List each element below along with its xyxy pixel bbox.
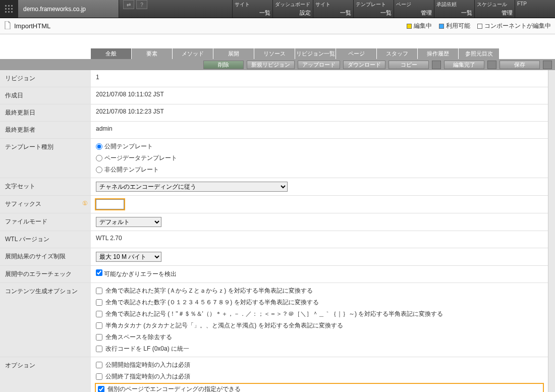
top-menu: サイト一覧 ダッシュボード設定 サイト一覧 テンプレート一覧 ページ管理 承認依… xyxy=(232,0,555,18)
menu-template[interactable]: テンプレート一覧 xyxy=(353,0,394,18)
label-wtl: WTL バージョン xyxy=(0,231,91,248)
checkbox-fullwidth-digit[interactable]: 全角で表記された数字 (０１２３４５６７８９) を対応する半角表記に変換する xyxy=(96,298,543,307)
checkbox-halfwidth-kana[interactable]: 半角カタカナ (カタカナと記号「」。、と濁点と半濁点) を対応する全角表記に変換… xyxy=(96,321,543,330)
label-updater: 最終更新者 xyxy=(0,122,91,138)
menu-schedule[interactable]: スケジュール管理 xyxy=(474,0,515,18)
checkbox-fullwidth-alpha[interactable]: 全角で表記された英字 (ＡからＺとａからｚ) を対応する半角表記に変換する xyxy=(96,287,543,295)
swap-icon[interactable]: ⇄ xyxy=(123,0,134,9)
value-revision: 1 xyxy=(91,70,548,87)
radio-public-template[interactable]: 公開テンプレート xyxy=(96,142,532,151)
checkbox-per-page-encoding[interactable]: 個別のページでエンコーディングの指定ができる xyxy=(96,384,543,392)
tab-deploy[interactable]: 展開 xyxy=(213,48,254,59)
value-suffix xyxy=(91,196,548,213)
edit-done-icon[interactable] xyxy=(487,61,496,69)
value-options: 公開開始指定時刻の入力は必須 公開終了指定時刻の入力は必須 個別のページでエンコ… xyxy=(91,357,548,392)
form-table: リビジョン 1 作成日 2021/07/08 10:11:02 JST 最終更新… xyxy=(0,70,548,392)
svg-rect-6 xyxy=(5,11,7,13)
charset-select[interactable]: チャネルのエンコーディングに従う xyxy=(96,182,288,192)
domain-label: demo.frameworks.co.jp xyxy=(18,0,119,18)
size-limit-select[interactable]: 最大 10 M バイト xyxy=(96,252,161,262)
edit-done-button[interactable]: 編集完了 xyxy=(444,61,484,69)
tab-method[interactable]: メソッド xyxy=(173,48,213,59)
tab-element[interactable]: 要素 xyxy=(132,48,172,59)
legend-component-editing: コンポーネントが編集中 xyxy=(484,22,551,30)
save-button[interactable]: 保存 xyxy=(500,61,540,69)
value-template-type: 公開テンプレート ページデータテンプレート 非公開テンプレート xyxy=(91,139,548,178)
topbar-spacer: ⇄ ? xyxy=(119,0,232,18)
checkbox-remove-fullspace[interactable]: 全角スペースを除去する xyxy=(96,333,543,342)
checkbox-lf-unify[interactable]: 改行コードを LF (0x0a) に統一 xyxy=(96,345,543,353)
label-content-gen: コンテンツ生成オプション xyxy=(0,283,91,357)
tab-strip: 全般 要素 メソッド 展開 リソース リビジョン一覧 ページ スタッフ 操作履歴… xyxy=(0,48,555,59)
svg-rect-2 xyxy=(11,5,13,7)
tab-revision-list[interactable]: リビジョン一覧 xyxy=(295,48,336,59)
value-wtl: WTL 2.70 xyxy=(91,231,548,248)
document-icon xyxy=(4,21,11,31)
copy-icon[interactable] xyxy=(432,61,441,69)
scrollbar[interactable] xyxy=(548,70,555,392)
legend-available: 利用可能 xyxy=(446,22,470,30)
label-revision: リビジョン xyxy=(0,70,91,87)
label-updated: 最終更新日 xyxy=(0,104,91,121)
label-error-check: 展開中のエラーチェック xyxy=(0,266,91,283)
menu-ftp[interactable]: FTP xyxy=(515,0,555,18)
tab-resource[interactable]: リソース xyxy=(254,48,295,59)
checkbox-pubstart-required[interactable]: 公開開始指定時刻の入力は必須 xyxy=(96,361,543,369)
svg-rect-8 xyxy=(11,11,13,13)
legend: 編集中 利用可能 コンポーネントが編集中 xyxy=(407,22,551,30)
value-updated: 2021/07/08 10:12:23 JST xyxy=(91,104,548,121)
help-icon[interactable]: ? xyxy=(136,0,147,9)
menu-approval[interactable]: 承認依頼一覧 xyxy=(434,0,474,18)
svg-rect-5 xyxy=(11,8,13,10)
menu-page[interactable]: ページ管理 xyxy=(394,0,434,18)
radio-pagedata-template[interactable]: ページデータテンプレート xyxy=(96,154,532,162)
checkbox-pubend-required[interactable]: 公開終了指定時刻の入力は必須 xyxy=(96,372,543,381)
label-options: オプション ② xyxy=(0,357,91,392)
annotation-1: ① xyxy=(82,200,88,207)
top-navbar: demo.frameworks.co.jp ⇄ ? サイト一覧 ダッシュボード設… xyxy=(0,0,555,18)
upload-button[interactable]: アップロード xyxy=(298,61,340,69)
label-charset: 文字セット xyxy=(0,178,91,195)
svg-rect-0 xyxy=(5,5,7,7)
label-size-limit: 展開結果のサイズ制限 xyxy=(0,248,91,265)
radio-private-template[interactable]: 非公開テンプレート xyxy=(96,165,532,174)
value-content-gen: 全角で表記された英字 (ＡからＺとａからｚ) を対応する半角表記に変換する 全角… xyxy=(91,283,548,357)
value-filemode: デフォルト xyxy=(91,213,548,231)
label-suffix: サフィックス ① xyxy=(0,196,91,213)
value-error-check: 可能なかぎりエラーを検出 xyxy=(91,266,548,283)
menu-site-list[interactable]: サイト一覧 xyxy=(232,0,272,18)
label-filemode: ファイルモード xyxy=(0,213,91,231)
label-created: 作成日 xyxy=(0,87,91,104)
checkbox-fullwidth-symbol[interactable]: 全角で表記された記号 (！"＃＄％＆'（）＊＋，－．／：；＜＝＞？＠［＼］＾＿｀… xyxy=(96,310,543,318)
copy-button[interactable]: コピー xyxy=(388,61,429,69)
value-updater: admin xyxy=(91,122,548,138)
menu-dashboard[interactable]: ダッシュボード設定 xyxy=(272,0,313,18)
value-charset: チャネルのエンコーディングに従う xyxy=(91,178,548,195)
suffix-input[interactable] xyxy=(96,199,124,209)
action-toolbar: 削除 新規リビジョン アップロード ダウンロード コピー 編集完了 保存 xyxy=(0,59,555,70)
label-template-type: テンプレート種別 xyxy=(0,139,91,178)
tab-general[interactable]: 全般 xyxy=(91,48,131,59)
menu-site-list-2[interactable]: サイト一覧 xyxy=(313,0,353,18)
title-bar: ImportHTML 編集中 利用可能 コンポーネントが編集中 xyxy=(0,18,555,34)
download-button[interactable]: ダウンロード xyxy=(343,61,385,69)
page-title: ImportHTML xyxy=(14,22,50,30)
delete-button[interactable]: 削除 xyxy=(203,61,244,69)
value-created: 2021/07/08 10:11:02 JST xyxy=(91,87,548,104)
app-logo[interactable] xyxy=(0,0,18,18)
legend-editing: 編集中 xyxy=(414,22,432,30)
tab-reference-toc[interactable]: 参照元目次 xyxy=(459,48,499,59)
checkbox-error-check[interactable]: 可能なかぎりエラーを検出 xyxy=(96,269,543,278)
new-revision-button[interactable]: 新規リビジョン xyxy=(247,61,295,69)
filemode-select[interactable]: デフォルト xyxy=(96,217,161,227)
tab-history[interactable]: 操作履歴 xyxy=(418,48,458,59)
value-size-limit: 最大 10 M バイト xyxy=(91,248,548,265)
svg-rect-7 xyxy=(8,11,10,13)
tab-page[interactable]: ページ xyxy=(336,48,376,59)
svg-rect-4 xyxy=(8,8,10,10)
svg-rect-1 xyxy=(8,5,10,7)
save-icon[interactable] xyxy=(543,61,552,69)
svg-rect-3 xyxy=(5,8,7,10)
tab-staff[interactable]: スタッフ xyxy=(377,48,417,59)
